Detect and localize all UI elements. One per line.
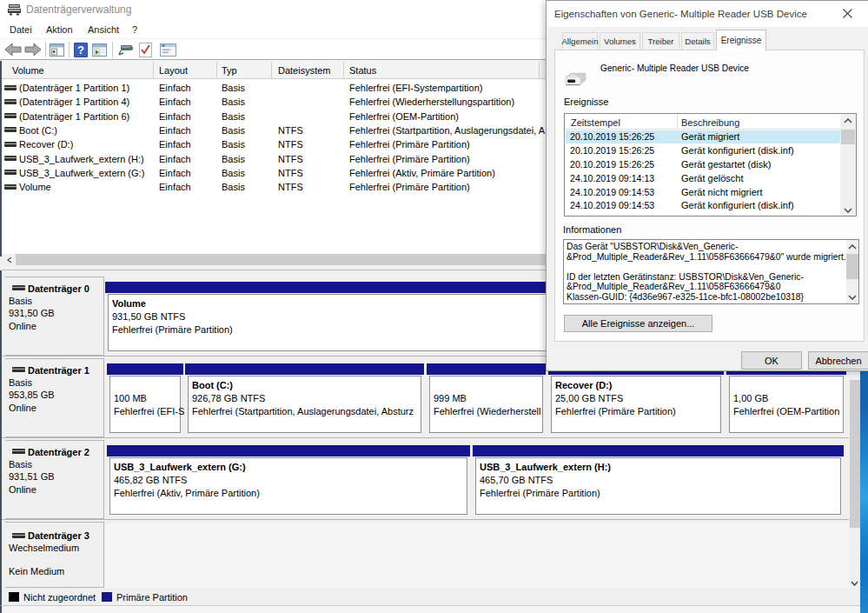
svg-text:?: ? [77,43,84,57]
